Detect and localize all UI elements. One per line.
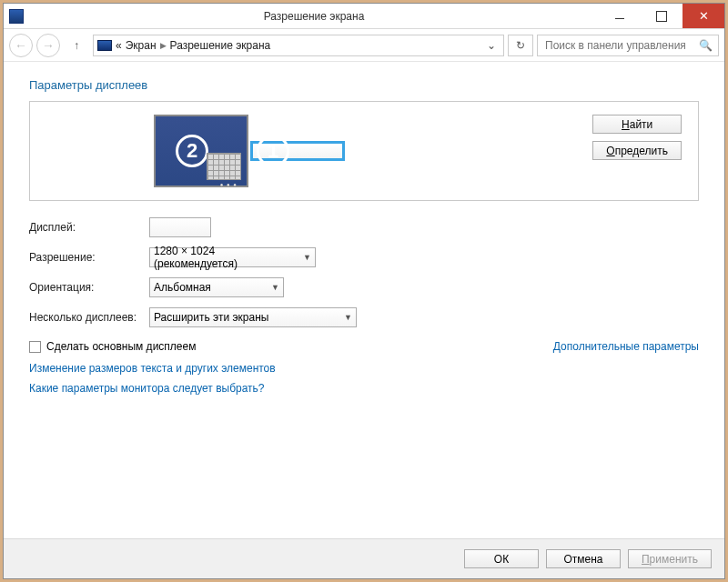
maximize-button[interactable] [641, 4, 682, 28]
up-button[interactable]: ↑ [67, 36, 86, 55]
text-size-link[interactable]: Изменение размеров текста и других элеме… [29, 362, 699, 375]
help-links: Изменение размеров текста и других элеме… [29, 362, 699, 395]
primary-checkbox[interactable] [29, 341, 41, 353]
display-icon [97, 40, 112, 51]
search-icon[interactable]: 🔍 [699, 39, 713, 52]
forward-button[interactable]: → [36, 34, 60, 57]
search-input[interactable] [543, 38, 693, 53]
address-bar[interactable]: « Экран ▶ Разрешение экрана ⌄ [93, 35, 504, 56]
chevron-down-icon: ▼ [303, 253, 311, 262]
resolution-label: Разрешение: [29, 251, 149, 264]
address-dropdown[interactable]: ⌄ [483, 39, 500, 52]
breadcrumb-current[interactable]: Разрешение экрана [170, 39, 271, 52]
power-led-icon: ● ● ● [220, 182, 238, 187]
orientation-label: Ориентация: [29, 281, 149, 294]
find-button[interactable]: Найти [592, 115, 682, 134]
chevron-down-icon: ▼ [344, 313, 352, 322]
breadcrumb-prefix: « [116, 39, 122, 52]
identify-button[interactable]: Определить [592, 141, 682, 160]
footer: ОК Отмена Применить [4, 538, 724, 578]
chevron-down-icon: ▼ [271, 283, 279, 292]
row-multi: Несколько дисплеев: Расширить эти экраны… [29, 307, 699, 327]
search-box[interactable]: 🔍 [537, 35, 719, 56]
window-title: Разрешение экрана [29, 10, 599, 23]
monitor-2-number: 2 [176, 135, 208, 167]
content-area: Параметры дисплеев 2 ● ● ● 1 Найти Опред… [4, 62, 724, 538]
window: Разрешение экрана ← → ↑ « Экран ▶ Разреш… [3, 3, 725, 579]
advanced-row: Сделать основным дисплеем Дополнительные… [29, 340, 699, 353]
window-controls [599, 4, 724, 28]
multi-label: Несколько дисплеев: [29, 311, 149, 324]
advanced-link[interactable]: Дополнительные параметры [553, 340, 699, 353]
cancel-button[interactable]: Отмена [546, 549, 621, 568]
monitor-side-buttons: Найти Определить [592, 115, 682, 160]
navbar: ← → ↑ « Экран ▶ Разрешение экрана ⌄ ↻ 🔍 [4, 29, 724, 62]
app-icon [9, 9, 24, 24]
monitor-2[interactable]: 2 ● ● ● [154, 115, 248, 187]
monitor-preview-box: 2 ● ● ● 1 Найти Определить [29, 101, 699, 201]
chevron-right-icon: ▶ [160, 41, 167, 50]
close-button[interactable] [682, 4, 724, 28]
row-display: Дисплей: [29, 217, 699, 237]
breadcrumb: « Экран ▶ Разрешение экрана [116, 39, 270, 52]
display-select[interactable] [149, 217, 211, 237]
multi-select[interactable]: Расширить эти экраны ▼ [149, 307, 357, 327]
back-button[interactable]: ← [9, 34, 33, 57]
titlebar: Разрешение экрана [4, 4, 724, 29]
refresh-button[interactable]: ↻ [508, 35, 533, 56]
primary-checkbox-label: Сделать основным дисплеем [46, 340, 196, 353]
monitor-1-number: 1 [257, 135, 289, 167]
resolution-value: 1280 × 1024 (рекомендуется) [154, 245, 298, 270]
orientation-value: Альбомная [154, 281, 211, 294]
monitor-1[interactable]: 1 [250, 141, 345, 161]
page-heading: Параметры дисплеев [29, 78, 699, 92]
breadcrumb-parent[interactable]: Экран [126, 39, 157, 52]
ok-button[interactable]: ОК [464, 549, 539, 568]
minimize-button[interactable] [599, 4, 641, 28]
row-resolution: Разрешение: 1280 × 1024 (рекомендуется) … [29, 247, 699, 267]
resolution-select[interactable]: 1280 × 1024 (рекомендуется) ▼ [149, 247, 316, 267]
address-buttons: ⌄ [483, 39, 500, 52]
monitor-previews: 2 ● ● ● 1 [154, 115, 345, 187]
primary-checkbox-row: Сделать основным дисплеем [29, 340, 196, 353]
taskbar-icon [207, 153, 241, 180]
display-label: Дисплей: [29, 221, 149, 234]
help-link[interactable]: Какие параметры монитора следует выбрать… [29, 382, 699, 395]
apply-button[interactable]: Применить [628, 549, 712, 568]
multi-value: Расширить эти экраны [154, 311, 268, 324]
row-orientation: Ориентация: Альбомная ▼ [29, 277, 699, 297]
settings-form: Дисплей: Разрешение: 1280 × 1024 (рекоме… [29, 217, 699, 327]
orientation-select[interactable]: Альбомная ▼ [149, 277, 284, 297]
